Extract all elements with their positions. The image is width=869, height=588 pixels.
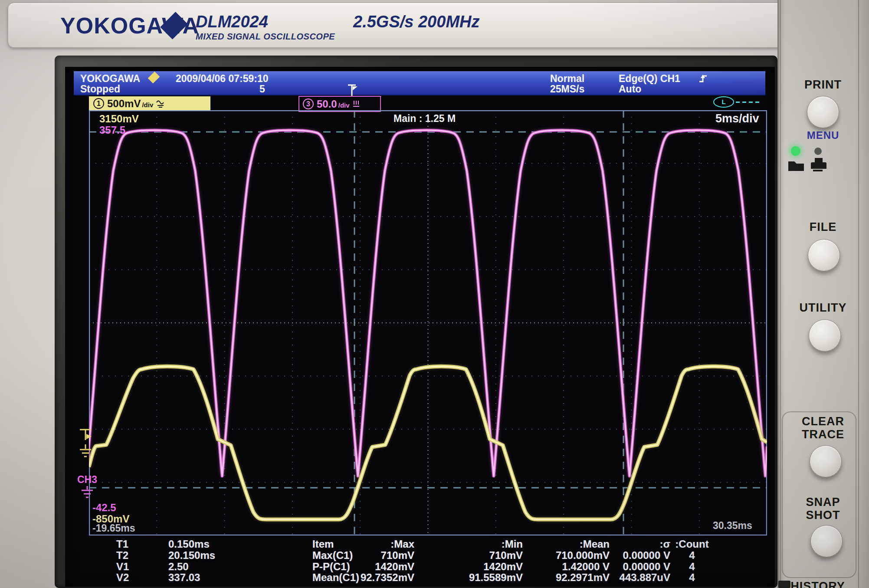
snapshot-button[interactable] [810,525,843,557]
meas-min: 91.5589mV [451,572,523,584]
channel3-scale-badge: 3 50.0 /div [298,96,381,112]
edge-trigger-icon [698,74,708,83]
trigger-position-marker-icon [346,83,359,97]
meas-sigma: 0.00000 V [599,561,670,573]
trigger-mode: Auto [619,83,641,95]
snapshot-label-line1: SNAP [790,496,856,509]
cursor-label: T2 [116,549,128,562]
channel1-scale: 500mV [107,98,141,110]
graticule: 3150mV 357.5 Main : 1.25 M 5ms/div -42.5… [89,110,767,535]
channel1-coupling-icon [156,99,165,108]
cursor-value: 2.50 [168,561,189,573]
meas-header-min: :Min [451,538,523,550]
channel3-scale: 50.0 [317,98,337,110]
lcd-screen: YOKOGAWA 2009/04/06 07:59:10 Stopped 5 N… [65,67,775,587]
channel1-number-icon: 1 [93,98,104,109]
logic-channel-indicator: L [713,95,764,108]
screen-brand: YOKOGAWA [80,73,140,85]
ch3-ground-level-marker-icon [80,485,97,505]
meas-max: 92.7352mV [343,572,414,584]
menu-led-off [814,148,822,155]
time-left-value: -19.65ms [92,522,135,534]
panel-groove [780,0,781,588]
meas-count: 4 [672,549,712,562]
time-right-value: 30.35ms [713,520,752,532]
channel3-scale-unit: /div [338,102,350,109]
channel1-scale-unit: /div [142,101,153,108]
folder-icon [787,158,805,173]
meas-header-max: :Max [343,538,414,550]
grid-lines [89,110,767,535]
file-label: FILE [790,220,856,234]
acquisition-status: Stopped [80,83,120,95]
cursor-value: 20.150ms [168,549,215,562]
cursor-label: T1 [116,538,128,550]
meas-header-count: :Count [672,538,712,550]
utility-button[interactable] [809,319,841,351]
meas-sigma: 0.00000 V [599,549,670,562]
ch1-ground-level-marker-icon [77,427,95,467]
oscilloscope: YOKOGAWA DLM2024 2.5GS/s 200MHz MIXED SI… [0,0,869,588]
model-number: DLM2024 [196,13,268,31]
channel1-scale-badge: 1 500mV /div [89,96,210,111]
trigger-source: Edge(Q) CH1 [619,73,680,85]
meas-sigma: 443.887uV [599,572,670,584]
snapshot-label-line2: SHOT [790,509,856,522]
logic-dashed-line [736,102,762,103]
cursor-label: V2 [116,572,129,584]
model-subtitle: MIXED SIGNAL OSCILLOSCOPE [196,32,335,42]
datetime: 2009/04/06 07:59:10 [176,73,269,85]
sample-rate: 25MS/s [550,83,584,95]
status-bar: YOKOGAWA 2009/04/06 07:59:10 Stopped 5 N… [74,71,765,95]
ch3-tag: CH3 [77,474,97,486]
ch1-top-value: 3150mV [99,113,139,125]
utility-label: UTILITY [790,301,856,315]
meas-header-sigma: :σ [599,538,670,550]
panel-groove [858,0,859,588]
timebase: 5ms/div [715,112,759,125]
meas-count: 4 [672,572,712,584]
record-length: Main : 1.25 M [394,113,456,125]
print-label: PRINT [790,78,856,92]
meas-header-item: Item [312,538,334,550]
history-label: HISTORY [785,580,850,588]
print-button[interactable] [807,96,839,128]
file-button[interactable] [808,239,840,271]
menu-label: MENU [790,129,856,141]
screen-brand-diamond-icon [148,72,160,84]
channel3-number-icon: 3 [303,99,314,109]
menu-led-on [791,146,800,156]
meas-min: 1420mV [451,561,523,573]
top-bezel: YOKOGAWA DLM2024 2.5GS/s 200MHz MIXED SI… [8,3,862,48]
clear-trace-label-line1: CLEAR [790,415,856,428]
printer-icon [809,156,828,174]
logic-oval-icon: L [713,96,734,108]
meas-max: 1420mV [343,561,414,573]
clear-trace-label-line2: TRACE [790,428,856,441]
meas-count: 4 [672,561,712,573]
trigger-sample-mode: Normal [550,73,584,85]
acquisition-count: 5 [259,83,265,95]
cursor-value: 337.03 [168,572,200,584]
meas-max: 710mV [343,549,414,562]
cursor-label: V1 [116,561,129,573]
meas-min: 710mV [451,549,523,562]
waveform-plot [89,110,767,535]
ch3-top-value: 357.5 [99,124,125,136]
cursor-value: 0.150ms [168,538,210,550]
clear-trace-button[interactable] [810,445,842,477]
channel3-coupling-icon [352,99,361,109]
front-panel-controls: PRINT MENU FILE UTILITY CLEAR TRACE SNAP… [777,0,869,588]
model-specs: 2.5GS/s 200MHz [353,13,479,31]
